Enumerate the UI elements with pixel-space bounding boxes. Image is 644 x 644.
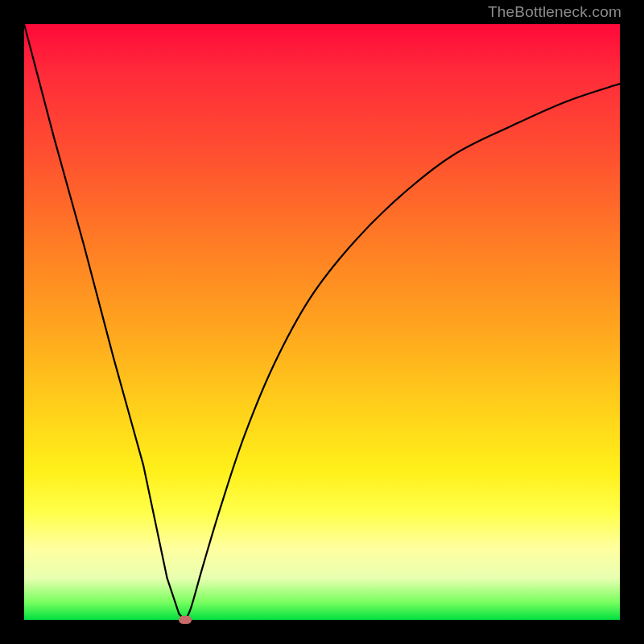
optimum-marker — [179, 616, 192, 624]
plot-area — [24, 24, 620, 620]
bottleneck-curve — [24, 24, 620, 620]
watermark-text: TheBottleneck.com — [488, 3, 621, 21]
chart-frame: TheBottleneck.com — [0, 0, 644, 644]
